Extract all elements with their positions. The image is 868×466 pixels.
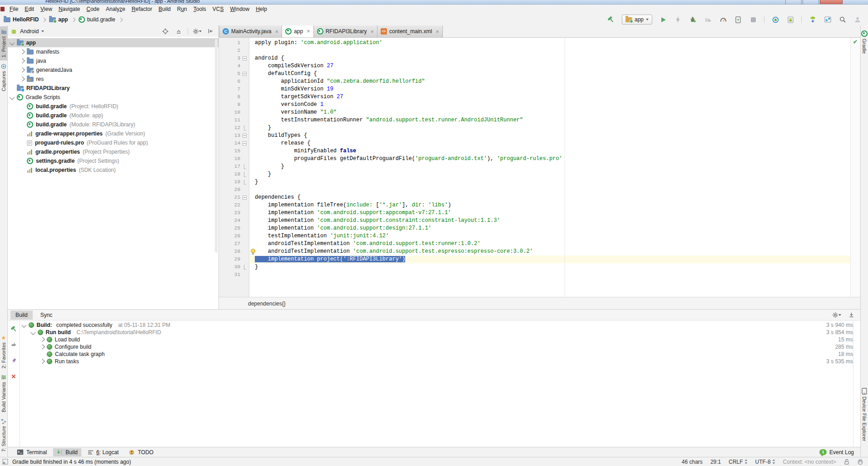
menu-view[interactable]: View: [37, 5, 55, 13]
tree-item-manifests[interactable]: manifests: [8, 47, 218, 56]
tool-stripe-device-file-explorer[interactable]: Device File Explorer: [861, 385, 868, 444]
menu-edit[interactable]: Edit: [21, 5, 37, 13]
fold-open-icon[interactable]: [243, 195, 247, 200]
menu-code[interactable]: Code: [83, 5, 103, 13]
toolwindow-button-6-logcat[interactable]: 6: Logcat: [84, 448, 122, 456]
collapse-all-button[interactable]: [174, 27, 183, 36]
tree-item-res[interactable]: res: [8, 75, 218, 84]
close-tab-icon[interactable]: ×: [275, 29, 278, 35]
close-tab-icon[interactable]: ×: [307, 28, 310, 34]
close-tab-icon[interactable]: ×: [436, 29, 439, 35]
fold-open-icon[interactable]: [243, 134, 247, 138]
layout-inspector-button[interactable]: [823, 15, 832, 24]
sync-project-button[interactable]: [771, 15, 779, 24]
editor-tab-mainactivity-java[interactable]: MainActivity.java×: [219, 25, 282, 37]
fold-close-icon[interactable]: [244, 172, 246, 177]
expand-right-icon[interactable]: [20, 68, 25, 73]
settings-gear-button[interactable]: [833, 311, 841, 320]
build-row-load-build[interactable]: Load build: [20, 336, 788, 343]
menu-analyze[interactable]: Analyze: [103, 5, 129, 13]
menu-run[interactable]: Run: [174, 5, 190, 13]
tree-item-java[interactable]: java: [8, 56, 218, 65]
fold-open-icon[interactable]: [243, 141, 247, 145]
breadcrumb-hellorfid[interactable]: HelloRFID: [4, 16, 39, 23]
tool-stripe-build-variants[interactable]: Build Variants: [0, 371, 7, 416]
breadcrumb-build-gradle[interactable]: build.gradle: [79, 16, 115, 23]
build-row-build[interactable]: Build: completed successfully at 05-11-1…: [20, 321, 788, 329]
toolwindow-button-terminal[interactable]: Terminal: [13, 448, 50, 456]
editor-tab-content-main-xml[interactable]: content_main.xml×: [377, 25, 443, 37]
user-button[interactable]: [853, 15, 862, 24]
menu-file[interactable]: File: [6, 5, 21, 13]
editor-tab-app[interactable]: app×: [282, 25, 314, 37]
tree-item-app[interactable]: app: [8, 38, 218, 47]
expand-right-icon[interactable]: [40, 345, 45, 350]
build-row-calculate-task-graph[interactable]: Calculate task graph: [20, 351, 788, 358]
context-selector[interactable]: Context: <no context>: [783, 459, 836, 465]
search-everywhere-button[interactable]: [838, 15, 847, 24]
expand-right-icon[interactable]: [20, 77, 25, 82]
build-tab-sync[interactable]: Sync: [35, 311, 58, 320]
event-log-badge[interactable]: 1: [819, 449, 827, 455]
tree-item-generatedjava[interactable]: generatedJava: [8, 65, 218, 75]
tree-item-local-properties-sdk-location[interactable]: local.properties(SDK Location): [8, 165, 218, 175]
sdk-manager-button[interactable]: [808, 15, 817, 24]
menu-help[interactable]: Help: [253, 5, 270, 13]
lock-icon[interactable]: [844, 459, 849, 465]
expand-right-icon[interactable]: [20, 50, 25, 55]
code-editor[interactable]: 1234567891011121314151617181920212223242…: [219, 38, 861, 297]
encoding-selector[interactable]: UTF-8: [755, 459, 775, 465]
fold-open-icon[interactable]: [243, 72, 247, 76]
inspections-ok-icon[interactable]: [853, 39, 858, 45]
apply-changes-button[interactable]: [674, 15, 682, 24]
tree-item-gradle-properties-project-properties[interactable]: gradle.properties(Project Properties): [8, 147, 218, 156]
menu-build[interactable]: Build: [155, 5, 174, 13]
fold-open-icon[interactable]: [243, 56, 247, 60]
tree-item-gradle-scripts[interactable]: Gradle Scripts: [8, 93, 218, 102]
debug-button[interactable]: [689, 15, 697, 24]
expand-down-icon[interactable]: [30, 330, 35, 335]
fold-close-icon[interactable]: [244, 164, 246, 169]
menu-tools[interactable]: Tools: [190, 5, 209, 13]
tool-stripe-gradle[interactable]: Gradle: [861, 27, 868, 57]
make-button[interactable]: [607, 15, 615, 24]
build-row-run-build[interactable]: Run build C:\Temp\android\tutorial\Hello…: [20, 329, 788, 336]
settings-gear-button[interactable]: [193, 27, 201, 36]
toolwindow-switcher-icon[interactable]: [2, 459, 8, 465]
bulb-icon[interactable]: [251, 249, 255, 253]
expand-right-icon[interactable]: [40, 359, 45, 364]
tool-stripe-2-favorites[interactable]: 2: Favorites: [0, 332, 7, 371]
minimize-button[interactable]: [785, 0, 802, 5]
tool-stripe-7-structure[interactable]: 7: Structure: [0, 416, 7, 455]
maximize-button[interactable]: [803, 0, 819, 5]
project-view-selector[interactable]: Android: [20, 28, 39, 35]
menu-vcs[interactable]: VCS: [209, 5, 227, 13]
pin-button[interactable]: [10, 356, 18, 365]
toolwindow-button-build[interactable]: Build: [53, 448, 81, 456]
tree-item-settings-gradle-project-settings[interactable]: settings.gradle(Project Settings): [8, 156, 218, 165]
fold-close-icon[interactable]: [244, 265, 246, 270]
tool-stripe-1-project[interactable]: 1: Project: [0, 26, 7, 60]
tree-item-proguard-rules-pro-proguard-rules-for-app[interactable]: proguard-rules.pro(ProGuard Rules for ap…: [8, 138, 218, 147]
rerun-build-button[interactable]: [10, 324, 18, 333]
tree-item-build-gradle-module-rfidapi3library[interactable]: build.gradle(Module: RFIDAPI3Library): [8, 120, 218, 129]
build-row-configure-build[interactable]: Configure build: [20, 343, 788, 351]
line-separator-selector[interactable]: CRLF: [729, 459, 747, 465]
build-row-run-tasks[interactable]: Run tasks: [20, 358, 788, 365]
menu-window[interactable]: Window: [227, 5, 253, 13]
expand-down-icon[interactable]: [10, 95, 15, 100]
profiler-button[interactable]: [719, 15, 727, 24]
expand-down-icon[interactable]: [10, 40, 15, 45]
expand-down-icon[interactable]: [21, 323, 26, 328]
tree-item-gradle-wrapper-properties-gradle-version[interactable]: gradle-wrapper.properties(Gradle Version…: [8, 129, 218, 138]
tree-item-build-gradle-module-app[interactable]: build.gradle(Module: app): [8, 111, 218, 120]
tool-stripe-captures[interactable]: Captures: [0, 60, 7, 95]
hide-panel-button[interactable]: [206, 27, 214, 36]
attach-debugger-button[interactable]: [734, 15, 742, 24]
close-tab-icon[interactable]: ×: [370, 29, 374, 35]
profile-button[interactable]: [704, 15, 712, 24]
tree-item-build-gradle-project-hellorfid[interactable]: build.gradle(Project: HelloRFID): [8, 102, 218, 111]
menu-refactor[interactable]: Refactor: [129, 5, 155, 13]
expand-right-icon[interactable]: [40, 337, 45, 342]
build-tab-build[interactable]: Build: [10, 311, 33, 320]
